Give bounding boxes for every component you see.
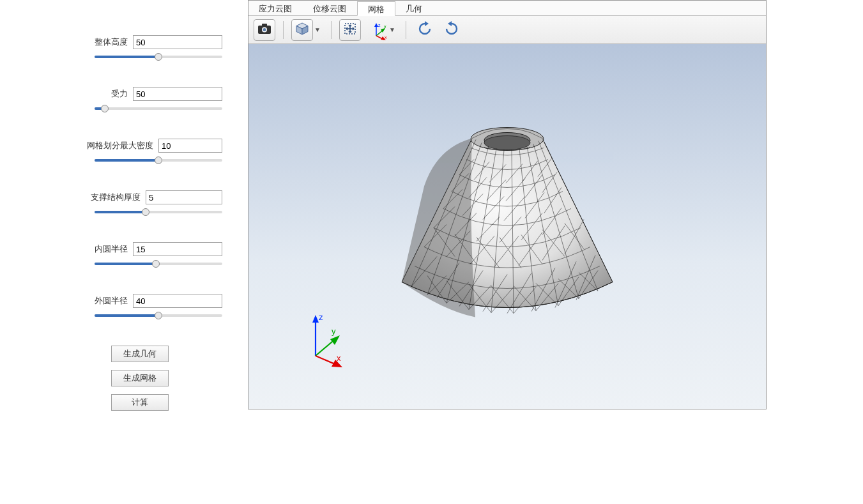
axis-z-label: z	[319, 312, 323, 322]
camera-icon	[257, 23, 271, 36]
param-force-input[interactable]	[133, 87, 222, 101]
param-outer-radius-label: 外圆半径	[95, 295, 128, 307]
param-support-thickness-slider[interactable]	[95, 208, 222, 217]
param-outer-radius: 外圆半径	[51, 294, 229, 320]
view-cube-button[interactable]	[291, 19, 313, 41]
param-outer-radius-input[interactable]	[133, 294, 222, 308]
axis-triad-small-icon: z y x	[370, 22, 389, 41]
param-inner-radius-slider[interactable]	[95, 259, 222, 268]
param-support-thickness: 支撑结构厚度	[51, 190, 229, 217]
compute-button[interactable]: 计算	[111, 394, 169, 411]
tab-bar: 应力云图 位移云图 网格 几何	[248, 1, 766, 16]
svg-marker-17	[425, 21, 429, 26]
param-inner-radius-input[interactable]	[133, 242, 222, 256]
param-support-thickness-label: 支撑结构厚度	[91, 192, 141, 203]
axis-triad: z y x	[300, 311, 357, 370]
viewer-toolbar: ▼ z y x ▼	[248, 16, 766, 44]
param-inner-radius: 内圆半径	[51, 242, 229, 268]
rotate-ccw-icon	[416, 20, 433, 39]
param-support-thickness-input[interactable]	[146, 190, 222, 204]
axis-x-label: x	[337, 353, 341, 363]
rotate-left-button[interactable]	[414, 19, 436, 41]
generate-mesh-button[interactable]: 生成网格	[111, 370, 169, 386]
svg-marker-25	[330, 335, 340, 345]
toolbar-separator	[283, 21, 284, 39]
param-height: 整体高度	[51, 35, 229, 61]
svg-marker-18	[448, 21, 452, 26]
toolbar-separator	[406, 21, 406, 39]
svg-rect-1	[262, 24, 267, 26]
tab-displacement[interactable]: 位移云图	[303, 1, 357, 16]
svg-point-3	[263, 28, 266, 31]
axis-orientation-display: z y x ▼	[369, 20, 398, 40]
svg-marker-23	[312, 315, 319, 323]
param-force-slider[interactable]	[95, 104, 222, 113]
pan-zoom-button[interactable]	[339, 19, 361, 41]
param-outer-radius-slider[interactable]	[95, 311, 222, 320]
rotate-right-button[interactable]	[441, 19, 462, 41]
param-height-slider[interactable]	[95, 52, 222, 61]
param-force: 受力	[51, 87, 229, 113]
rotate-cw-icon	[443, 20, 460, 39]
camera-snapshot-button[interactable]	[254, 19, 275, 41]
param-mesh-density-label: 网格划分最大密度	[87, 140, 153, 151]
parameter-panel: 整体高度 受力 网格划分最大密度 支撑结构厚度	[0, 0, 248, 504]
param-inner-radius-label: 内圆半径	[95, 243, 128, 255]
cube-icon	[295, 22, 309, 38]
3d-viewport[interactable]: z y x	[248, 44, 766, 409]
param-height-input[interactable]	[133, 35, 222, 49]
svg-text:x: x	[385, 35, 387, 40]
param-mesh-density-slider[interactable]	[95, 156, 222, 165]
view-cube-group: ▼	[291, 19, 323, 41]
mesh-model	[347, 91, 667, 348]
chevron-down-icon[interactable]: ▼	[314, 26, 323, 33]
svg-point-21	[484, 136, 530, 150]
arrows-out-icon	[343, 22, 357, 38]
param-height-label: 整体高度	[95, 36, 128, 48]
svg-text:y: y	[384, 24, 386, 29]
tab-geometry[interactable]: 几何	[395, 1, 433, 16]
svg-text:z: z	[378, 23, 381, 27]
param-mesh-density: 网格划分最大密度	[51, 139, 229, 165]
param-force-label: 受力	[111, 88, 128, 100]
tab-stress[interactable]: 应力云图	[248, 1, 303, 16]
axis-y-label: y	[332, 326, 336, 336]
action-buttons: 生成几何 生成网格 计算	[51, 346, 229, 411]
viewer-panel: 应力云图 位移云图 网格 几何 ▼	[248, 0, 767, 409]
param-mesh-density-input[interactable]	[158, 139, 222, 153]
tab-mesh[interactable]: 网格	[357, 1, 395, 16]
chevron-down-icon[interactable]: ▼	[389, 26, 398, 33]
generate-geometry-button[interactable]: 生成几何	[111, 346, 169, 362]
toolbar-separator	[331, 21, 332, 39]
